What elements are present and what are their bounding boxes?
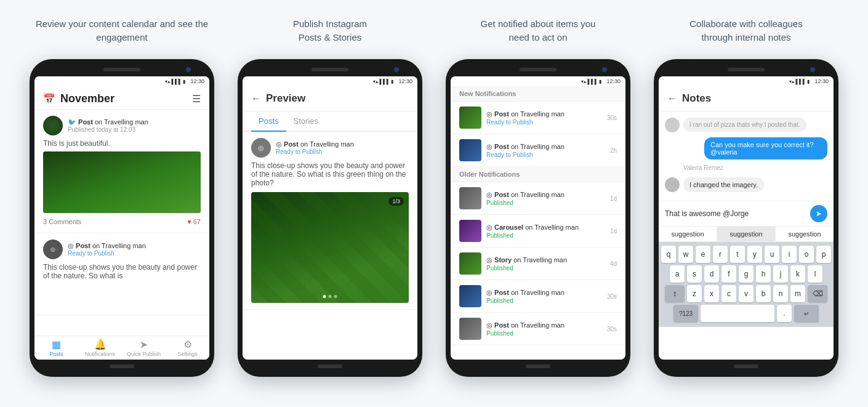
key-i[interactable]: i: [782, 246, 797, 263]
notif-item-5[interactable]: ◎ Story on Travelling man Published 4d: [451, 248, 625, 280]
notif-item-7[interactable]: ◎ Post on Travelling man Published 30s: [451, 313, 625, 345]
home-button-1[interactable]: [110, 365, 134, 368]
notif-item-1[interactable]: ◎ Post on Travelling man Ready to Publis…: [451, 102, 625, 134]
key-num[interactable]: ?123: [673, 305, 698, 322]
post-card-1[interactable]: 🐦 Post on Travelling man Published today…: [34, 110, 209, 233]
home-button-3[interactable]: [526, 365, 550, 368]
key-space[interactable]: [701, 305, 774, 322]
key-h[interactable]: h: [756, 265, 771, 283]
nav-notifications[interactable]: 🔔 Notifications: [78, 336, 122, 360]
notif-status-2: Ready to Publish: [486, 151, 605, 158]
key-shift[interactable]: ⇧: [665, 285, 685, 302]
notif-status-3: Published: [486, 199, 605, 206]
key-n[interactable]: n: [773, 285, 788, 302]
home-button-4[interactable]: [734, 365, 758, 368]
keyboard: q w e r t y u i o p a s d: [659, 242, 834, 327]
chat-input[interactable]: [665, 209, 806, 218]
notif-time-5: 4d: [610, 260, 617, 267]
calendar-header: 📅 November ☰: [34, 86, 209, 110]
key-row-1: q w e r t y u i o p: [661, 246, 831, 263]
suggestion-1[interactable]: suggestion: [659, 227, 717, 241]
chat-input-area[interactable]: ➤: [659, 201, 834, 226]
key-q[interactable]: q: [661, 246, 676, 263]
key-enter[interactable]: ↵: [794, 305, 819, 322]
notif-item-6[interactable]: ◎ Post on Travelling man Published 30s: [451, 280, 625, 313]
notif-content-4: ◎ Carousel on Travelling man Published: [486, 223, 605, 239]
notif-status-4: Published: [486, 232, 605, 239]
key-d[interactable]: d: [704, 265, 719, 283]
key-f[interactable]: f: [721, 265, 736, 283]
key-s[interactable]: s: [687, 265, 702, 283]
status-bar-2: ▾▴ ▌▌▌ ▮ 12:30: [243, 76, 417, 86]
key-backspace[interactable]: ⌫: [808, 285, 827, 302]
key-t[interactable]: t: [730, 246, 745, 263]
preview-post-header: ◎ ◎ Post on Travelling man Ready to Publ…: [251, 138, 409, 158]
notif-status-5: Published: [486, 265, 605, 272]
key-a[interactable]: a: [670, 265, 685, 283]
notif-title-1: ◎ Post on Travelling man: [486, 110, 602, 119]
dot-3: [334, 295, 337, 298]
post-status-2: Ready to Publish: [68, 250, 146, 257]
suggestion-2[interactable]: suggestion: [717, 227, 776, 241]
key-u[interactable]: u: [765, 246, 779, 263]
tabs-row: Posts Stories: [243, 111, 417, 132]
notif-thumb-6: [459, 285, 481, 307]
key-period[interactable]: .: [777, 305, 792, 322]
status-bar-4: ▾▴ ▌▌▌ ▮ 12:30: [659, 76, 834, 86]
wifi-icon-3: ▾▴: [581, 79, 586, 84]
dot-1: [323, 295, 326, 298]
key-z[interactable]: z: [687, 285, 702, 302]
post-card-2[interactable]: ◎ ◎ Post on Travelling man Ready to Publ…: [34, 233, 209, 315]
preview-post-meta: ◎ Post on Travelling man Ready to Publis…: [276, 140, 354, 155]
notif-thumb-4: [459, 220, 481, 242]
screens-container: Review your content calendar and see the…: [6, 12, 862, 377]
notif-item-2[interactable]: ◎ Post on Travelling man Ready to Publis…: [451, 134, 625, 167]
key-l[interactable]: l: [808, 265, 822, 283]
tab-stories[interactable]: Stories: [286, 111, 326, 132]
phone-1: ▾▴ ▌▌▌ ▮ 12:30 📅 November ☰: [30, 59, 214, 377]
phone-bottom-1: [34, 365, 209, 368]
notes-header: ← Notes: [659, 86, 834, 111]
settings-icon: ⚙: [183, 340, 192, 350]
phone-top-2: [243, 68, 417, 71]
back-button-4[interactable]: ←: [667, 93, 677, 104]
key-y[interactable]: y: [747, 246, 762, 263]
chat-msg-other-2: I changed the imagery.: [665, 177, 827, 192]
older-notif-header: Older Notifications: [451, 167, 625, 182]
phone-bottom-3: [451, 365, 625, 368]
screen-4-wrapper: Collaborate with colleaguesthrough inter…: [648, 12, 845, 377]
key-v[interactable]: v: [739, 285, 753, 302]
key-o[interactable]: o: [799, 246, 814, 263]
key-e[interactable]: e: [696, 246, 710, 263]
tab-posts[interactable]: Posts: [251, 111, 286, 132]
preview-post-card[interactable]: ◎ ◎ Post on Travelling man Ready to Publ…: [243, 132, 417, 310]
post-stats-1: 3 Comments ♥ 67: [43, 217, 201, 227]
screen-content-4: ▾▴ ▌▌▌ ▮ 12:30 ← Notes I ran out of pizz…: [659, 76, 834, 360]
filter-icon[interactable]: ☰: [192, 93, 201, 105]
home-button-2[interactable]: [318, 365, 342, 368]
screen-content-3: ▾▴ ▌▌▌ ▮ 12:30 New Notifications ◎ Post …: [451, 76, 625, 360]
notif-item-3[interactable]: ◎ Post on Travelling man Published 1d: [451, 182, 625, 215]
suggestion-3[interactable]: suggestion: [776, 227, 834, 241]
nav-quick-publish[interactable]: ➤ Quick Publish: [122, 336, 166, 360]
key-x[interactable]: x: [704, 285, 719, 302]
key-g[interactable]: g: [739, 265, 753, 283]
nav-posts[interactable]: ▦ Posts: [34, 336, 78, 360]
send-button[interactable]: ➤: [810, 205, 827, 222]
key-row-3: ⇧ z x c v b n m ⌫: [661, 285, 831, 302]
notif-item-4[interactable]: ◎ Carousel on Travelling man Published 1…: [451, 215, 625, 248]
key-p[interactable]: p: [816, 246, 831, 263]
key-k[interactable]: k: [790, 265, 805, 283]
key-c[interactable]: c: [721, 285, 736, 302]
nav-settings[interactable]: ⚙ Settings: [166, 336, 209, 360]
key-r[interactable]: r: [713, 246, 728, 263]
key-j[interactable]: j: [773, 265, 788, 283]
back-button-2[interactable]: ←: [251, 93, 261, 104]
month-title: November: [60, 92, 115, 105]
key-w[interactable]: w: [678, 246, 693, 263]
caption-3: Get notified about items youneed to act …: [481, 12, 596, 49]
posts-nav-icon: ▦: [52, 340, 61, 350]
key-m[interactable]: m: [790, 285, 805, 302]
key-b[interactable]: b: [756, 285, 771, 302]
preview-post-status: Ready to Publish: [276, 148, 354, 155]
